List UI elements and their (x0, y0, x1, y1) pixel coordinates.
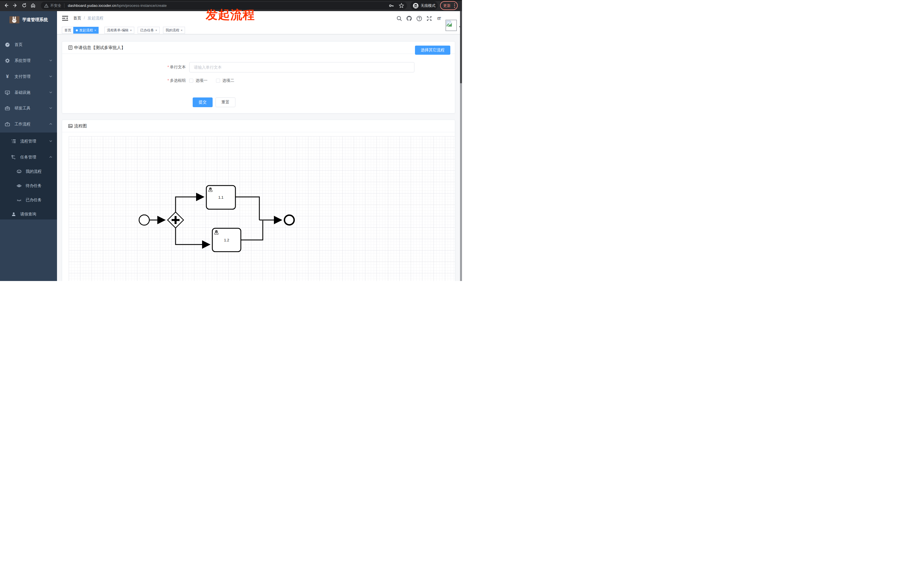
reset-button[interactable]: 重置 (216, 97, 236, 107)
process-diagram-card: 流程图 (62, 120, 455, 281)
fullscreen-icon[interactable] (426, 15, 432, 21)
incognito-label: 无痕模式 (421, 3, 435, 8)
sidebar-item-my-process[interactable]: 我的流程 (0, 165, 57, 179)
sidebar-item-devtools[interactable]: 研发工具 (0, 100, 57, 116)
tab-label: 流程表单-编辑 (107, 28, 129, 33)
monitor-icon (5, 90, 10, 95)
sidebar-item-system[interactable]: 系统管理 (0, 53, 57, 69)
tab-done-tasks[interactable]: 已办任务 × (138, 27, 160, 34)
breadcrumb-separator: / (84, 16, 85, 21)
url-divider (64, 3, 64, 8)
chevron-down-icon (49, 74, 52, 79)
chevron-up-icon (49, 122, 52, 127)
checkbox-field-label: *多选框组 (62, 78, 189, 83)
tree-list-icon (11, 139, 16, 144)
gear-icon (5, 58, 10, 63)
page-scrollbar-thumb[interactable] (460, 11, 462, 83)
task-label: 1.1 (218, 195, 224, 199)
bpmn-diagram: 1.1 1.2 (69, 136, 456, 281)
toolbox-icon (5, 106, 10, 111)
select-other-process-button[interactable]: 选择其它流程 (415, 46, 450, 55)
sidebar-item-label: 研发工具 (15, 106, 30, 111)
tab-label: 发起流程 (79, 28, 93, 33)
sidebar-item-infra[interactable]: 基础设施 (0, 85, 57, 100)
sidebar-item-process-mgmt[interactable]: 流程管理 (0, 133, 57, 149)
screen: 不安全 dashboard.yudao.iocoder.cn/bpm/proce… (0, 0, 462, 281)
bpmn-parallel-gateway[interactable] (168, 212, 183, 228)
sidebar-item-todo-tasks[interactable]: 待办任务 (0, 179, 57, 193)
tags-view-bar: 首页 发起流程 × 流程表单-编辑 × 已办任务 × 我的流程 × (57, 25, 460, 34)
sidebar: 芋道管理系统 首页 系统管理 ¥ 支付管理 基础设施 (0, 11, 57, 281)
sidebar-workflow-submenu: 流程管理 任务管理 我的流程 待办任务 (0, 132, 57, 219)
app-logo-row[interactable]: 芋道管理系统 (0, 12, 57, 27)
browser-menu-kebab-icon[interactable] (454, 3, 455, 8)
bookmark-star-icon[interactable] (399, 3, 404, 8)
password-key-icon[interactable] (388, 3, 394, 9)
close-tab-icon[interactable]: × (94, 28, 96, 32)
close-tab-icon[interactable]: × (130, 28, 132, 32)
sidebar-item-home[interactable]: 首页 (0, 37, 57, 53)
checkbox-option-1-label[interactable]: 选项一 (195, 78, 207, 83)
help-icon[interactable] (416, 15, 422, 21)
sidebar-item-payment[interactable]: ¥ 支付管理 (0, 69, 57, 85)
sidebar-item-label: 基础设施 (15, 90, 30, 95)
search-icon[interactable] (396, 15, 402, 21)
chevron-down-icon (49, 139, 52, 144)
checkbox-field-row: *多选框组 选项一 选项二 (62, 78, 243, 83)
update-label: 更新 (443, 3, 451, 8)
browser-forward-icon[interactable] (12, 2, 18, 9)
tab-home[interactable]: 首页 (62, 27, 74, 34)
breadcrumb-home[interactable]: 首页 (73, 16, 81, 21)
browser-reload-icon[interactable] (21, 2, 27, 9)
main-content: 申请信息【测试多审批人】 选择其它流程 *单行文本 *多选框组 选项一 选项二 (57, 34, 460, 281)
active-dot-icon (76, 29, 78, 31)
apply-info-card: 申请信息【测试多审批人】 选择其它流程 *单行文本 *多选框组 选项一 选项二 (62, 41, 455, 114)
apply-info-title: 申请信息【测试多审批人】 (74, 45, 125, 51)
browser-home-icon[interactable] (30, 2, 36, 9)
sidebar-item-done-tasks[interactable]: 已办任务 (0, 193, 57, 207)
browser-back-icon[interactable] (3, 2, 9, 9)
address-bar[interactable]: 不安全 dashboard.yudao.iocoder.cn/bpm/proce… (41, 2, 407, 9)
sidebar-item-label: 我的流程 (26, 169, 42, 174)
chevron-down-icon (49, 90, 52, 95)
sidebar-collapse-icon[interactable] (62, 15, 68, 21)
bpmn-user-task-1[interactable]: 1.1 (206, 186, 236, 209)
close-tab-icon[interactable]: × (155, 28, 157, 32)
github-icon[interactable] (406, 15, 412, 21)
bpmn-user-task-2[interactable]: 1.2 (212, 228, 241, 252)
checkbox-option-1[interactable] (189, 79, 193, 82)
single-line-text-input[interactable] (189, 62, 414, 72)
sidebar-item-workflow[interactable]: 工作流程 (0, 116, 57, 132)
breadcrumb-current: 发起流程 (87, 16, 104, 21)
eye-closed-icon (16, 198, 22, 202)
submit-button[interactable]: 提交 (193, 97, 213, 107)
bpmn-start-event[interactable] (139, 215, 149, 225)
process-diagram-card-header: 流程图 (62, 120, 455, 132)
tab-start-process[interactable]: 发起流程 × (73, 27, 99, 34)
tab-label: 我的流程 (166, 28, 179, 33)
chevron-down-icon (49, 58, 52, 63)
tab-form-edit[interactable]: 流程表单-编辑 × (104, 27, 134, 34)
close-tab-icon[interactable]: × (181, 28, 182, 32)
checkbox-option-2-label[interactable]: 选项二 (222, 78, 234, 83)
browser-update-button[interactable]: 更新 (440, 1, 458, 10)
incognito-icon (413, 2, 418, 9)
sidebar-item-task-mgmt[interactable]: 任务管理 (0, 149, 57, 165)
sidebar-item-label: 请假查询 (20, 212, 36, 217)
briefcase-icon (5, 122, 10, 127)
tab-my-process[interactable]: 我的流程 × (163, 27, 185, 34)
checkbox-option-2[interactable] (216, 79, 220, 82)
avatar[interactable] (446, 19, 457, 31)
sidebar-item-label: 待办任务 (26, 183, 42, 188)
chevron-down-icon (49, 106, 52, 111)
form-actions-row: 提交 重置 (193, 97, 236, 107)
sidebar-item-label: 已办任务 (26, 198, 42, 202)
font-size-icon[interactable]: tT (436, 15, 442, 21)
bpmn-canvas[interactable]: 1.1 1.2 (69, 136, 455, 281)
bpmn-end-event[interactable] (285, 215, 294, 225)
tab-label: 首页 (64, 28, 71, 33)
sidebar-item-leave-query[interactable]: 请假查询 (0, 207, 57, 222)
url-path: /bpm/process-instance/create (116, 3, 167, 8)
task-label: 1.2 (224, 238, 229, 242)
eye-open-icon (16, 183, 22, 188)
